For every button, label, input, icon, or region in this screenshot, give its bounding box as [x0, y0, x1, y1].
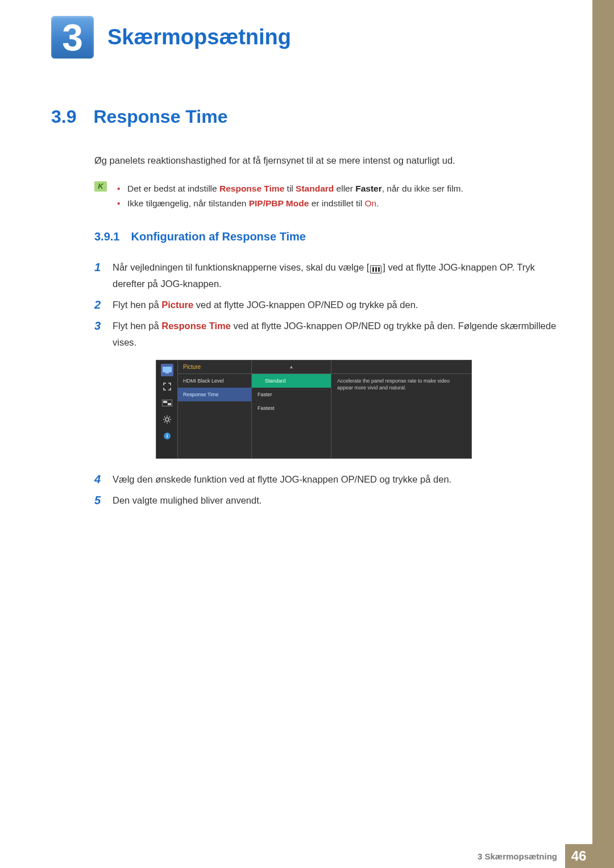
side-stripe [592, 0, 614, 868]
osd-menu-title: Picture [178, 360, 251, 374]
subsection-title: Konfiguration af Response Time [131, 230, 306, 243]
page-footer: 3 Skærmopsætning 46 [478, 844, 592, 868]
osd-option-selected: ✔ Standard [252, 374, 331, 388]
osd-description-text: Accelerate the panel response rate to ma… [331, 374, 471, 395]
step-text: Vælg den ønskede funktion ved at flytte … [113, 471, 561, 488]
step-number: 5 [94, 492, 102, 509]
osd-menu-item: HDMI Black Level [178, 374, 251, 388]
pip-icon [161, 397, 173, 409]
step-number: 2 [94, 297, 102, 313]
step-text: Når vejledningen til funktionsknapperne … [113, 259, 561, 292]
step-number: 3 [94, 318, 102, 351]
gear-icon [161, 413, 173, 426]
chapter-number: 3 [62, 19, 83, 56]
step-3: 3 Flyt hen på Response Time ved at flytt… [94, 318, 561, 351]
osd-menu-column: Picture HDMI Black Level Response Time [178, 360, 252, 458]
svg-rect-4 [168, 403, 171, 405]
bullet-icon: • [117, 196, 121, 211]
osd-menu-item-active: Response Time [178, 388, 251, 401]
svg-rect-3 [163, 401, 167, 403]
note-item: • Ikke tilgængelig, når tilstanden PIP/P… [117, 196, 563, 211]
svg-point-5 [165, 418, 169, 421]
subsection-number: 3.9.1 [94, 230, 119, 243]
subsection-heading: 3.9.1 Konfiguration af Response Time [94, 230, 563, 243]
step-2: 2 Flyt hen på Picture ved at flytte JOG-… [94, 297, 561, 313]
chapter-header: 3 Skærmopsætning [51, 16, 291, 59]
section-title: Response Time [93, 106, 227, 127]
osd-arrow-up: ▲ [252, 360, 331, 374]
expand-icon [161, 380, 173, 393]
step-number: 1 [94, 259, 102, 292]
svg-rect-1 [165, 372, 169, 373]
osd-option: Faster [252, 388, 331, 401]
check-icon: ✔ [258, 377, 262, 384]
info-icon: i [161, 430, 173, 442]
osd-option: Fastest [252, 401, 331, 415]
step-5: 5 Den valgte mulighed bliver anvendt. [94, 492, 561, 509]
svg-text:i: i [166, 433, 168, 439]
note-text: Det er bedst at indstille Response Time … [127, 181, 463, 196]
osd-screenshot: i Picture HDMI Black Level Response Time… [156, 360, 561, 459]
osd-options-column: ▲ ✔ Standard Faster Fastest [252, 360, 331, 458]
osd-sidebar: i [156, 360, 178, 458]
note-text: Ikke tilgængelig, når tilstanden PIP/PBP… [127, 196, 379, 211]
step-1: 1 Når vejledningen til funktionsknappern… [94, 259, 561, 292]
page-number: 46 [565, 844, 592, 868]
svg-rect-0 [163, 367, 172, 372]
step-text: Flyt hen på Response Time ved at flytte … [113, 318, 561, 351]
monitor-icon [161, 364, 173, 376]
section-heading: 3.9 Response Time [51, 106, 563, 127]
note-icon: K [94, 181, 107, 192]
osd-panel: i Picture HDMI Black Level Response Time… [156, 360, 472, 459]
osd-desc-head [331, 360, 471, 374]
chapter-number-box: 3 [51, 16, 94, 59]
chapter-title: Skærmopsætning [107, 25, 291, 49]
step-4: 4 Vælg den ønskede funktion ved at flytt… [94, 471, 561, 488]
step-list: 1 Når vejledningen til funktionsknappern… [94, 259, 561, 508]
note-item: • Det er bedst at indstille Response Tim… [117, 181, 563, 196]
note-items: • Det er bedst at indstille Response Tim… [117, 181, 563, 211]
section-number: 3.9 [51, 106, 76, 127]
step-number: 4 [94, 471, 102, 488]
section-body: 3.9 Response Time Øg panelets reaktionsh… [51, 106, 563, 513]
bullet-icon: • [117, 181, 121, 196]
note-icon-wrap: K [94, 181, 107, 211]
osd-description-column: Accelerate the panel response rate to ma… [331, 360, 471, 458]
footer-label: 3 Skærmopsætning [478, 852, 565, 861]
menu-icon [370, 265, 381, 273]
step-text: Flyt hen på Picture ved at flytte JOG-kn… [113, 297, 561, 313]
note-block: K • Det er bedst at indstille Response T… [94, 181, 563, 211]
step-text: Den valgte mulighed bliver anvendt. [113, 492, 561, 509]
intro-paragraph: Øg panelets reaktionshastighed for at få… [94, 153, 563, 168]
